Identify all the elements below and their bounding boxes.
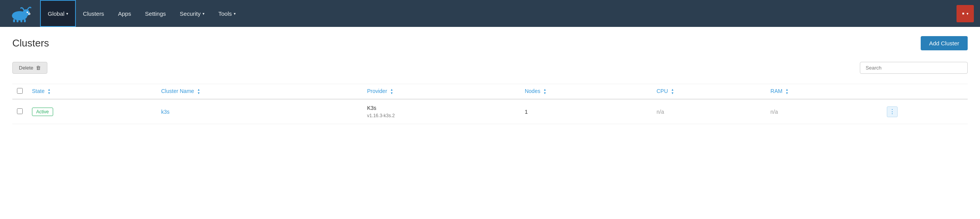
- ellipsis-icon: ⋮: [889, 108, 895, 115]
- nav-item-apps[interactable]: Apps: [111, 0, 138, 27]
- trash-icon: 🗑: [36, 65, 41, 71]
- th-provider-label: Provider: [367, 88, 387, 94]
- sort-icon: ▲ ▼: [543, 88, 546, 95]
- chevron-down-icon: ▾: [234, 12, 236, 16]
- sort-icon: ▲ ▼: [671, 88, 674, 95]
- nav-item-security[interactable]: Security ▾: [173, 0, 211, 27]
- provider-info: K3s v1.16.3-k3s.2: [367, 104, 516, 119]
- sort-icon: ▲ ▼: [48, 88, 51, 95]
- search-input[interactable]: [860, 62, 968, 74]
- nav-items: Global ▾ Clusters Apps Settings Security…: [40, 0, 498, 27]
- chevron-down-icon: ▾: [967, 12, 968, 16]
- nav-item-settings-label: Settings: [145, 10, 166, 17]
- row-checkbox[interactable]: [17, 108, 23, 114]
- th-cpu[interactable]: CPU ▲ ▼: [652, 84, 766, 99]
- sort-up-icon: ▲: [197, 88, 200, 91]
- nav-item-global[interactable]: Global ▾: [40, 0, 76, 27]
- sort-down-icon: ▼: [786, 92, 789, 95]
- th-nodes-label: Nodes: [525, 88, 540, 94]
- sort-icon: ▲ ▼: [390, 88, 393, 95]
- sort-down-icon: ▼: [543, 92, 546, 95]
- logo: [6, 4, 37, 23]
- sort-down-icon: ▼: [48, 92, 51, 95]
- svg-rect-3: [13, 19, 15, 22]
- chevron-down-icon: ▾: [66, 12, 68, 16]
- th-state[interactable]: State ▲ ▼: [27, 84, 157, 99]
- table-row: Active k3s K3s v1.16.3-k3s.2 1 n/a: [12, 99, 968, 124]
- sort-up-icon: ▲: [48, 88, 51, 91]
- svg-point-7: [27, 12, 28, 13]
- svg-rect-6: [24, 19, 26, 22]
- user-icon: ▪: [962, 10, 964, 18]
- th-state-label: State: [32, 88, 45, 94]
- add-cluster-button[interactable]: Add Cluster: [921, 36, 968, 50]
- toolbar: Delete 🗑: [12, 62, 968, 77]
- chevron-down-icon: ▾: [203, 12, 204, 16]
- th-ram-label: RAM: [771, 88, 782, 94]
- row-action-button[interactable]: ⋮: [887, 106, 898, 117]
- row-cpu-cell: n/a: [652, 99, 766, 124]
- row-checkbox-cell: [12, 99, 27, 124]
- provider-name: K3s: [367, 104, 516, 112]
- nav-item-tools-label: Tools: [218, 10, 232, 17]
- sort-up-icon: ▲: [543, 88, 546, 91]
- th-provider[interactable]: Provider ▲ ▼: [362, 84, 520, 99]
- row-state-cell: Active: [27, 99, 157, 124]
- nav-item-clusters[interactable]: Clusters: [76, 0, 111, 27]
- row-action-cell: ⋮: [882, 99, 968, 124]
- row-cluster-name-cell: k3s: [157, 99, 363, 124]
- user-menu-button[interactable]: ▪ ▾: [957, 5, 974, 22]
- delete-button[interactable]: Delete 🗑: [12, 62, 47, 74]
- sort-down-icon: ▼: [671, 92, 674, 95]
- th-select-all[interactable]: [12, 84, 27, 99]
- delete-label: Delete: [19, 65, 34, 71]
- page-title: Clusters: [12, 37, 49, 49]
- main-content: Clusters Add Cluster Delete 🗑 State ▲ ▼: [0, 27, 980, 219]
- row-nodes-cell: 1: [520, 99, 652, 124]
- sort-up-icon: ▲: [390, 88, 393, 91]
- th-cpu-label: CPU: [657, 88, 668, 94]
- svg-rect-4: [17, 19, 18, 22]
- nav-item-tools[interactable]: Tools ▾: [211, 0, 243, 27]
- sort-up-icon: ▲: [671, 88, 674, 91]
- cpu-value: n/a: [657, 109, 664, 115]
- nav-item-apps-label: Apps: [118, 10, 131, 17]
- sort-icon: ▲ ▼: [786, 88, 789, 95]
- page-header: Clusters Add Cluster: [12, 36, 968, 50]
- nodes-value: 1: [525, 109, 528, 115]
- cluster-name-link[interactable]: k3s: [161, 109, 170, 115]
- th-nodes[interactable]: Nodes ▲ ▼: [520, 84, 652, 99]
- select-all-checkbox[interactable]: [17, 88, 23, 94]
- table-header-row: State ▲ ▼ Cluster Name ▲ ▼ Provider: [12, 84, 968, 99]
- sort-down-icon: ▼: [390, 92, 393, 95]
- status-badge: Active: [32, 108, 53, 116]
- th-actions: [882, 84, 968, 99]
- row-provider-cell: K3s v1.16.3-k3s.2: [362, 99, 520, 124]
- sort-icon: ▲ ▼: [197, 88, 200, 95]
- nav-item-clusters-label: Clusters: [83, 10, 104, 17]
- sort-down-icon: ▼: [197, 92, 200, 95]
- clusters-table: State ▲ ▼ Cluster Name ▲ ▼ Provider: [12, 84, 968, 124]
- provider-version: v1.16.3-k3s.2: [367, 112, 516, 119]
- nav-item-security-label: Security: [180, 10, 201, 17]
- th-cluster-name-label: Cluster Name: [161, 88, 194, 94]
- th-cluster-name[interactable]: Cluster Name ▲ ▼: [157, 84, 363, 99]
- navbar: Global ▾ Clusters Apps Settings Security…: [0, 0, 980, 27]
- nav-item-settings[interactable]: Settings: [138, 0, 173, 27]
- ram-value: n/a: [771, 109, 778, 115]
- sort-up-icon: ▲: [786, 88, 789, 91]
- svg-rect-5: [20, 19, 22, 22]
- row-ram-cell: n/a: [766, 99, 882, 124]
- nav-item-global-label: Global: [48, 10, 64, 17]
- th-ram[interactable]: RAM ▲ ▼: [766, 84, 882, 99]
